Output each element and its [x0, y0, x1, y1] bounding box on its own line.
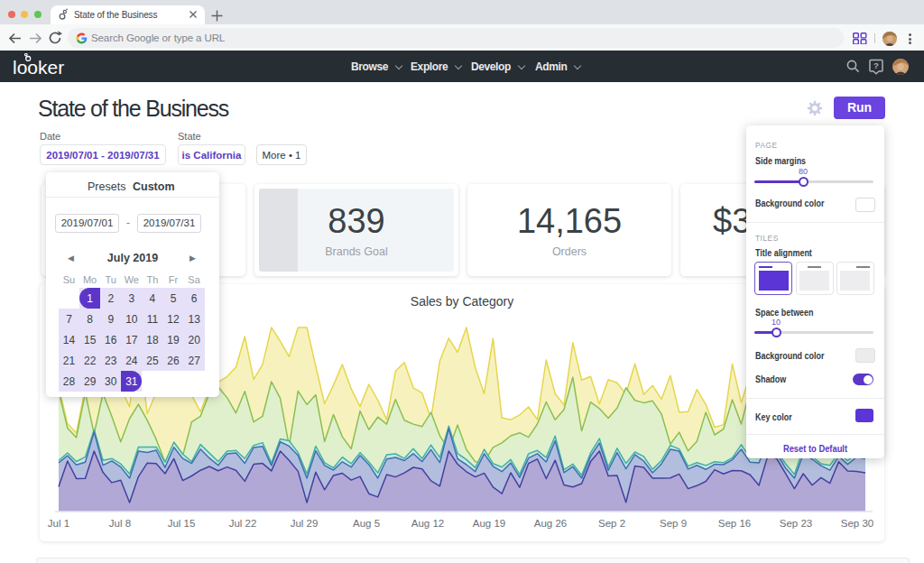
svg-text:?: ?: [873, 60, 879, 70]
